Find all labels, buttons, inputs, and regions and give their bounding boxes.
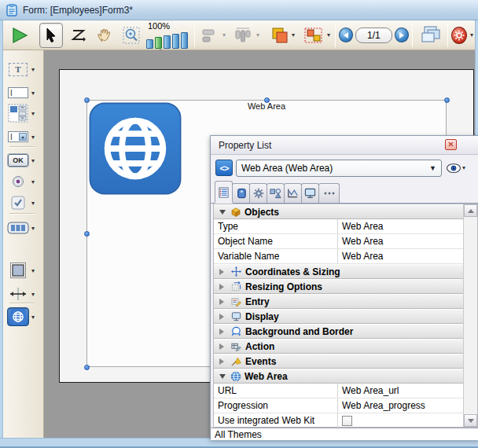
selection-handle-bottom-left[interactable]: [84, 365, 90, 370]
zoom-bar-800[interactable]: [181, 32, 188, 49]
distribute-tool[interactable]: [230, 23, 256, 48]
section-header-action[interactable]: Action: [214, 339, 463, 354]
button-tool[interactable]: OK: [7, 151, 29, 170]
checkbox-tool[interactable]: [7, 193, 29, 212]
property-value[interactable]: Web Area_url: [338, 384, 463, 398]
property-list-titlebar[interactable]: Property List: [211, 136, 478, 155]
selection-handle-top-left[interactable]: [84, 97, 90, 103]
combo-box-tool[interactable]: I▾: [7, 127, 29, 146]
web-kit-checkbox[interactable]: [342, 416, 352, 426]
property-row-url: URL Web Area_url: [214, 384, 463, 398]
tab-objects[interactable]: [267, 183, 285, 203]
hand-tool[interactable]: [94, 23, 116, 48]
property-value[interactable]: Web Area: [338, 234, 463, 248]
radio-button-tool[interactable]: [7, 172, 29, 191]
tab-more[interactable]: [318, 183, 340, 203]
run-form-button[interactable]: [8, 23, 31, 48]
input-tool[interactable]: I: [7, 83, 29, 102]
group-tool[interactable]: [301, 23, 326, 48]
selection-handle-top-right[interactable]: [444, 97, 450, 103]
page-indicator[interactable]: 1/1: [355, 28, 393, 43]
close-icon[interactable]: ✕: [445, 139, 457, 150]
property-value[interactable]: Web Area_progress: [338, 398, 463, 413]
web-area-dropdown-arrow[interactable]: ▾: [31, 314, 35, 321]
button-dropdown-arrow[interactable]: ▾: [31, 157, 35, 164]
entry-icon: [230, 296, 242, 307]
scroll-down-button[interactable]: [464, 414, 477, 427]
object-selector-combobox[interactable]: Web Area (Web Area) ▼: [236, 160, 442, 177]
next-page-button[interactable]: [395, 28, 409, 42]
settings-dropdown-arrow[interactable]: ▾: [470, 31, 473, 39]
zoom-bar-100[interactable]: [155, 37, 162, 49]
tab-display[interactable]: [301, 183, 319, 203]
property-value[interactable]: Web Area: [338, 249, 463, 263]
input-dropdown-arrow[interactable]: ▾: [31, 90, 35, 97]
zoom-bar-200[interactable]: [164, 35, 171, 49]
previous-page-button[interactable]: [339, 28, 353, 42]
titlebar[interactable]: Form: [Employees]Form3*: [0, 0, 478, 20]
list-box-dropdown-arrow[interactable]: ▾: [31, 110, 35, 117]
rectangle-tool[interactable]: [7, 261, 29, 280]
disclosure-closed-icon[interactable]: [219, 314, 224, 320]
view-options-dropdown-arrow[interactable]: ▾: [462, 164, 465, 171]
disclosure-closed-icon[interactable]: [219, 329, 224, 335]
disclosure-closed-icon[interactable]: [219, 269, 224, 275]
selection-handle-top-middle[interactable]: [264, 97, 270, 103]
list-box-tool[interactable]: [7, 104, 29, 123]
splitter-dropdown-arrow[interactable]: ▾: [31, 291, 35, 298]
distribute-dropdown-arrow[interactable]: ▾: [256, 31, 259, 39]
rectangle-dropdown-arrow[interactable]: ▾: [31, 267, 35, 274]
tab-property-list[interactable]: [215, 181, 233, 203]
section-label: Events: [245, 356, 276, 367]
input-tool-icon: I: [8, 87, 28, 98]
section-header-objects[interactable]: Objects: [214, 204, 463, 219]
align-tool[interactable]: [198, 23, 222, 48]
zoom-bar-50[interactable]: [146, 39, 153, 49]
layer-tool[interactable]: [266, 23, 291, 48]
tab-photo[interactable]: [232, 183, 250, 203]
tab-options[interactable]: [249, 183, 267, 203]
web-area-tool[interactable]: [7, 307, 29, 326]
section-header-resizing-options[interactable]: Resizing Options: [214, 279, 463, 294]
selection-arrow-tool[interactable]: [39, 23, 63, 48]
section-header-entry[interactable]: Entry: [214, 294, 463, 309]
button-grid-tool[interactable]: [7, 218, 29, 237]
property-list-scrollbar[interactable]: [463, 204, 478, 428]
disclosure-open-icon[interactable]: [219, 374, 226, 379]
view-options-button[interactable]: ▾: [446, 163, 467, 174]
eye-icon: [446, 163, 461, 174]
selection-handle-middle-left[interactable]: [84, 231, 90, 237]
data-entry-order-tool[interactable]: [68, 23, 90, 48]
zoom-scale-widget[interactable]: 100%: [146, 21, 188, 49]
group-dropdown-arrow[interactable]: ▾: [327, 31, 330, 39]
section-header-display[interactable]: Display: [214, 309, 463, 324]
disclosure-closed-icon[interactable]: [219, 284, 224, 290]
section-header-coordinates-sizing[interactable]: Coordinates & Sizing: [214, 264, 463, 279]
disclosure-open-icon[interactable]: [219, 210, 226, 215]
section-header-web-area[interactable]: Web Area: [214, 369, 463, 384]
static-text-tool[interactable]: T: [7, 60, 29, 79]
scroll-up-button[interactable]: [464, 204, 477, 217]
zoom-bar-400[interactable]: [172, 34, 179, 49]
property-value[interactable]: Web Area: [338, 219, 463, 233]
ok-button-icon: OK: [8, 154, 28, 167]
disclosure-closed-icon[interactable]: [219, 358, 224, 365]
settings-button[interactable]: [451, 27, 467, 44]
static-text-dropdown-arrow[interactable]: ▾: [31, 66, 35, 73]
section-header-events[interactable]: Events: [214, 354, 463, 369]
combo-box-dropdown-arrow[interactable]: ▾: [31, 134, 35, 141]
tab-chart[interactable]: [284, 183, 302, 203]
splitter-tool[interactable]: [7, 285, 29, 303]
form-pages-button[interactable]: [416, 23, 444, 48]
object-kind-icon[interactable]: <>: [215, 160, 233, 176]
align-dropdown-arrow[interactable]: ▾: [222, 31, 226, 39]
layer-dropdown-arrow[interactable]: ▾: [292, 31, 295, 39]
radio-button-dropdown-arrow[interactable]: ▾: [31, 178, 35, 185]
disclosure-closed-icon[interactable]: [219, 299, 224, 305]
checkbox-dropdown-arrow[interactable]: ▾: [31, 200, 35, 207]
button-grid-dropdown-arrow[interactable]: ▾: [31, 225, 35, 232]
section-header-background-border[interactable]: Background and Border: [214, 324, 463, 339]
zoom-tool[interactable]: [120, 23, 143, 48]
disclosure-closed-icon[interactable]: [219, 343, 224, 350]
property-label: Progression: [214, 398, 338, 413]
